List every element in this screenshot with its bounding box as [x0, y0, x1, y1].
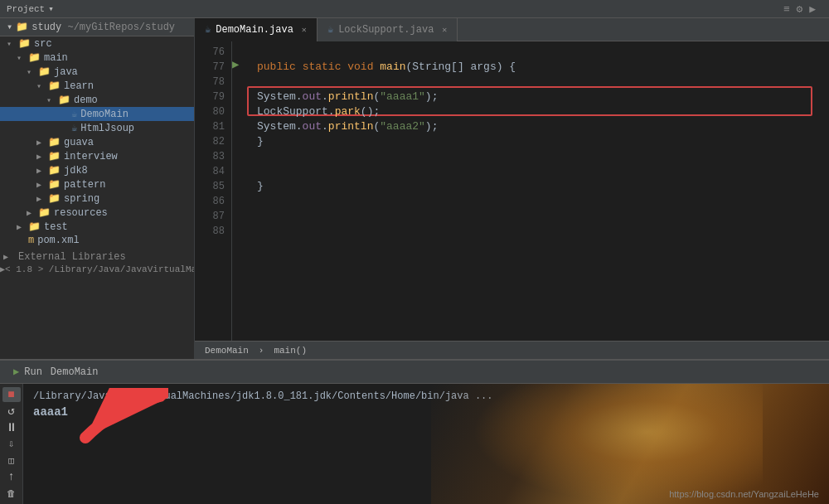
main-container: Project ▾ ≡ ⚙ ▶ ▾ 📁 study ~/myGitRepos/s…	[0, 0, 829, 504]
run-tab[interactable]: ▶ Run DemoMain	[7, 361, 104, 384]
tree-item-interview[interactable]: ▶ 📁 interview	[0, 149, 194, 163]
breadcrumb-demomain: DemoMain	[205, 346, 249, 356]
stop-button[interactable]: ■	[2, 387, 21, 402]
tree-item-java[interactable]: ▾ 📁 java	[0, 65, 194, 79]
step-button[interactable]: ⇩	[2, 437, 21, 452]
tree-item-jdk[interactable]: ▶ < 1.8 > /Library/Java/JavaVirtualMachi…	[0, 264, 194, 275]
trash-button[interactable]: 🗑	[2, 486, 21, 501]
tree-item-guava[interactable]: ▶ 📁 guava	[0, 135, 194, 149]
editor-area: ☕ DemoMain.java ✕ ☕ LockSupport.java ✕ 7…	[195, 18, 829, 359]
top-bar: Project ▾ ≡ ⚙ ▶	[0, 0, 829, 18]
tab-locksupport[interactable]: ☕ LockSupport.java ✕	[318, 18, 458, 41]
annotation-arrow	[69, 388, 168, 466]
tree-item-resources[interactable]: ▶ 📁 resources	[0, 206, 194, 220]
tree-item-ext-libs[interactable]: ▶ External Libraries	[0, 250, 194, 264]
sidebar: ▾ 📁 study ~/myGitRepos/study ▾ 📁 src ▾ 📁…	[0, 18, 195, 359]
tree-item-src[interactable]: ▾ 📁 src	[0, 36, 194, 51]
console-output: /Library/Java/JavaVirtualMachines/jdk1.8…	[23, 384, 829, 504]
code-line-83	[257, 149, 819, 164]
project-root: study ~/myGitRepos/study	[32, 22, 175, 33]
editor-content: 76 77 78 79 80 81 82 83 84 85 86 87 88	[195, 41, 829, 341]
tree-item-main[interactable]: ▾ 📁 main	[0, 51, 194, 65]
watermark: https://blog.csdn.net/YangzaiLeHeHe	[669, 489, 819, 499]
run-icon[interactable]: ▶	[232, 57, 239, 71]
code-line-80: LockSupport.park();	[257, 104, 819, 119]
project-label: Project	[7, 4, 45, 14]
tree-item-pom[interactable]: m pom.xml	[0, 234, 194, 247]
coverage-button[interactable]: ◫	[2, 453, 21, 468]
project-header: ▾ 📁 study ~/myGitRepos/study	[0, 18, 194, 36]
line-numbers: 76 77 78 79 80 81 82 83 84 85 86 87 88	[195, 41, 232, 341]
code-line-87	[257, 209, 819, 224]
code-line-79: System.out.println("aaaa1");	[257, 90, 819, 104]
close-icon[interactable]: ✕	[302, 25, 307, 35]
tree-item-test[interactable]: ▶ 📁 test	[0, 220, 194, 234]
code-line-77: public static void main(String[] args) {	[257, 60, 819, 75]
up-scroll-button[interactable]: ↑	[2, 469, 21, 484]
code-line-88	[257, 224, 819, 239]
code-line-78	[257, 75, 819, 90]
dropdown-arrow[interactable]: ▾	[48, 3, 54, 14]
bottom-content: ■ ↺ ⏸ ⇩ ◫ ↑ 🗑 /Library/Java/JavaVirtualM…	[0, 384, 829, 504]
tree-item-learn[interactable]: ▾ 📁 learn	[0, 79, 194, 93]
code-line-82: }	[257, 134, 819, 149]
tree-item-htmljsoup[interactable]: ☕ HtmlJsoup	[0, 121, 194, 135]
code-line-76	[257, 45, 819, 60]
status-bar: DemoMain › main()	[195, 341, 829, 359]
tree-item-demomain[interactable]: ☕ DemoMain	[0, 107, 194, 121]
code-line-86	[257, 194, 819, 209]
tree-item-jdk8[interactable]: ▶ 📁 jdk8	[0, 163, 194, 177]
bottom-tabs: ▶ Run DemoMain	[0, 361, 829, 384]
code-line-84	[257, 164, 819, 179]
code-line-85: }	[257, 179, 819, 194]
content-area: ▾ 📁 study ~/myGitRepos/study ▾ 📁 src ▾ 📁…	[0, 18, 829, 359]
close-icon-2[interactable]: ✕	[442, 25, 447, 35]
tab-demomain[interactable]: ☕ DemoMain.java ✕	[195, 18, 318, 41]
tree-item-demo[interactable]: ▾ 📁 demo	[0, 93, 194, 107]
breadcrumb-main: main()	[274, 346, 307, 356]
bottom-toolbar: ■ ↺ ⏸ ⇩ ◫ ↑ 🗑	[0, 384, 23, 504]
code-line-81: System.out.println("aaaa2");	[257, 119, 819, 134]
tree-item-pattern[interactable]: ▶ 📁 pattern	[0, 177, 194, 191]
gutter: ▶	[232, 41, 247, 341]
rerun-button[interactable]: ↺	[2, 404, 21, 419]
pause-button[interactable]: ⏸	[2, 420, 21, 435]
bottom-panel: ▶ Run DemoMain ■ ↺ ⏸ ⇩ ◫ ↑ 🗑 /Library/	[0, 359, 829, 504]
tree-item-spring[interactable]: ▶ 📁 spring	[0, 191, 194, 206]
code-area[interactable]: public static void main(String[] args) {…	[247, 41, 829, 341]
editor-tabs: ☕ DemoMain.java ✕ ☕ LockSupport.java ✕	[195, 18, 829, 41]
